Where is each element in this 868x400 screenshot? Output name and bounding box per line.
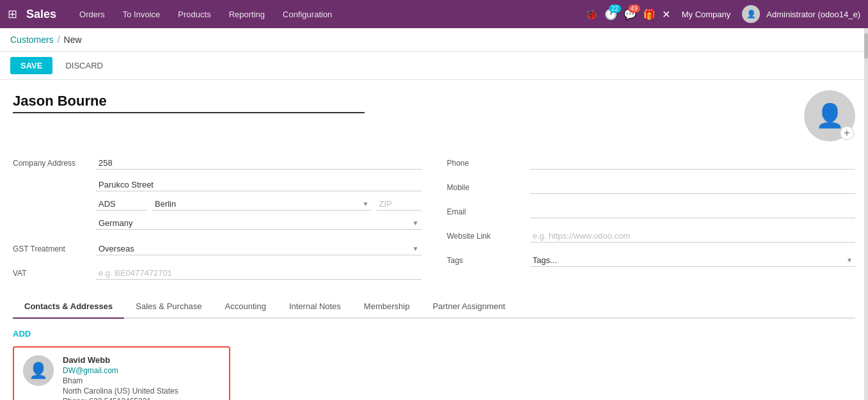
- vat-input[interactable]: [96, 267, 422, 280]
- website-label: Website Link: [447, 232, 524, 241]
- tags-select-wrap: Tags... ▼: [530, 254, 856, 267]
- right-field-group: Phone Mobile Email Website Link Tags Tag…: [447, 154, 856, 285]
- scrollbar-thumb[interactable]: [864, 33, 868, 59]
- gift-icon[interactable]: 🎁: [643, 8, 656, 20]
- contact-phone: Phone: 632.54512465231: [63, 397, 178, 400]
- nav-reporting[interactable]: Reporting: [221, 6, 272, 23]
- left-field-group: Company Address Berlin ▼ Ger: [13, 154, 422, 285]
- tab-partner-assignment[interactable]: Partner Assignment: [421, 295, 516, 319]
- avatar[interactable]: 👤: [742, 5, 760, 23]
- bug-icon[interactable]: 🐞: [585, 8, 598, 20]
- state-select-wrap: Berlin ▼: [152, 198, 372, 211]
- city-input[interactable]: [96, 198, 147, 211]
- contact-email: DW@gmail.com: [63, 366, 178, 375]
- action-bar: SAVE DISCARD: [0, 52, 868, 80]
- phone-row: Phone: [447, 154, 856, 172]
- nav-products[interactable]: Products: [170, 6, 218, 23]
- breadcrumb-current: New: [64, 35, 82, 45]
- breadcrumb-sep: /: [58, 35, 60, 45]
- customer-name-row: 👤 +: [13, 90, 855, 141]
- chat-badge: 49: [628, 4, 640, 13]
- app-name: Sales: [26, 8, 56, 21]
- tab-sales-purchase[interactable]: Sales & Purchase: [124, 295, 213, 319]
- tab-internal-notes[interactable]: Internal Notes: [278, 295, 352, 319]
- add-contact-link[interactable]: ADD: [13, 329, 31, 339]
- tags-row: Tags Tags... ▼: [447, 252, 856, 269]
- country-row: Germany France United States ▼: [96, 217, 422, 230]
- customer-avatar[interactable]: 👤 +: [804, 90, 855, 141]
- main-content: 👤 + Company Address Berlin ▼: [0, 80, 868, 400]
- address-line2-input[interactable]: [96, 179, 422, 191]
- nav-right: 🐞 🕐 22 💬 49 🎁 ✕ My Company 👤 Administrat…: [585, 5, 860, 23]
- contact-location: North Carolina (US) United States: [63, 387, 178, 396]
- company-address-label: Company Address: [13, 159, 90, 168]
- add-photo-icon: +: [840, 126, 854, 140]
- nav-configuration[interactable]: Configuration: [275, 6, 340, 23]
- person-icon: 👤: [816, 102, 844, 129]
- scrollbar[interactable]: [864, 28, 868, 400]
- settings-icon[interactable]: ✕: [662, 8, 670, 20]
- save-button[interactable]: SAVE: [10, 57, 52, 74]
- country-select[interactable]: Germany France United States: [96, 217, 422, 229]
- contact-name: David Webb: [63, 355, 178, 365]
- address-line1-input[interactable]: [96, 157, 422, 170]
- user-name: Administrator (odoo14_e): [766, 10, 860, 19]
- contact-card[interactable]: 👤 David Webb DW@gmail.com Bham North Car…: [13, 346, 230, 400]
- contact-avatar: 👤: [23, 355, 54, 386]
- country-select-wrap: Germany France United States ▼: [96, 217, 422, 230]
- gst-select-wrap: Overseas Registered Unregistered Consume…: [96, 243, 422, 255]
- gst-treatment-label: GST Treatment: [13, 244, 90, 253]
- nav-items: Orders To Invoice Products Reporting Con…: [72, 6, 585, 23]
- activity-icon[interactable]: 🕐 22: [604, 8, 617, 20]
- website-row: Website Link: [447, 227, 856, 245]
- company-address-row: Company Address: [13, 154, 422, 172]
- breadcrumb-parent[interactable]: Customers: [10, 35, 54, 45]
- zip-input[interactable]: [377, 198, 422, 211]
- tab-membership[interactable]: Membership: [352, 295, 422, 319]
- tags-select[interactable]: Tags...: [530, 254, 856, 266]
- activity-badge: 22: [609, 4, 621, 13]
- email-row: Email: [447, 203, 856, 221]
- phone-input[interactable]: [530, 157, 856, 170]
- top-nav: ⊞ Sales Orders To Invoice Products Repor…: [0, 0, 868, 28]
- discard-button[interactable]: DISCARD: [58, 57, 111, 74]
- address-line2-row: [96, 179, 422, 191]
- mobile-row: Mobile: [447, 179, 856, 196]
- company-name: My Company: [682, 10, 731, 19]
- email-label: Email: [447, 207, 524, 216]
- form-section: Company Address Berlin ▼ Ger: [13, 154, 855, 285]
- grid-icon[interactable]: ⊞: [8, 7, 17, 21]
- customer-name-input[interactable]: [13, 90, 365, 113]
- tags-label: Tags: [447, 256, 524, 265]
- contact-person-icon: 👤: [29, 362, 48, 380]
- gst-select[interactable]: Overseas Registered Unregistered Consume…: [96, 243, 422, 255]
- chat-icon[interactable]: 💬 49: [624, 8, 636, 20]
- vat-row: VAT: [13, 264, 422, 282]
- state-select[interactable]: Berlin: [152, 198, 372, 210]
- contact-org: Bham: [63, 376, 178, 385]
- breadcrumb-bar: Customers / New: [0, 28, 868, 52]
- tab-contacts[interactable]: Contacts & Addresses: [13, 295, 124, 319]
- email-input[interactable]: [530, 205, 856, 218]
- tab-accounting[interactable]: Accounting: [214, 295, 278, 319]
- tabs-bar: Contacts & Addresses Sales & Purchase Ac…: [13, 295, 855, 319]
- phone-label: Phone: [447, 159, 524, 168]
- vat-label: VAT: [13, 269, 90, 278]
- gst-treatment-row: GST Treatment Overseas Registered Unregi…: [13, 240, 422, 258]
- contact-info: David Webb DW@gmail.com Bham North Carol…: [63, 355, 178, 400]
- nav-to-invoice[interactable]: To Invoice: [115, 6, 168, 23]
- city-state-row: Berlin ▼: [96, 198, 422, 211]
- mobile-input[interactable]: [530, 181, 856, 194]
- nav-orders[interactable]: Orders: [72, 6, 113, 23]
- website-input[interactable]: [530, 230, 856, 243]
- mobile-label: Mobile: [447, 183, 524, 192]
- tab-content: ADD 👤 David Webb DW@gmail.com Bham North…: [13, 319, 855, 400]
